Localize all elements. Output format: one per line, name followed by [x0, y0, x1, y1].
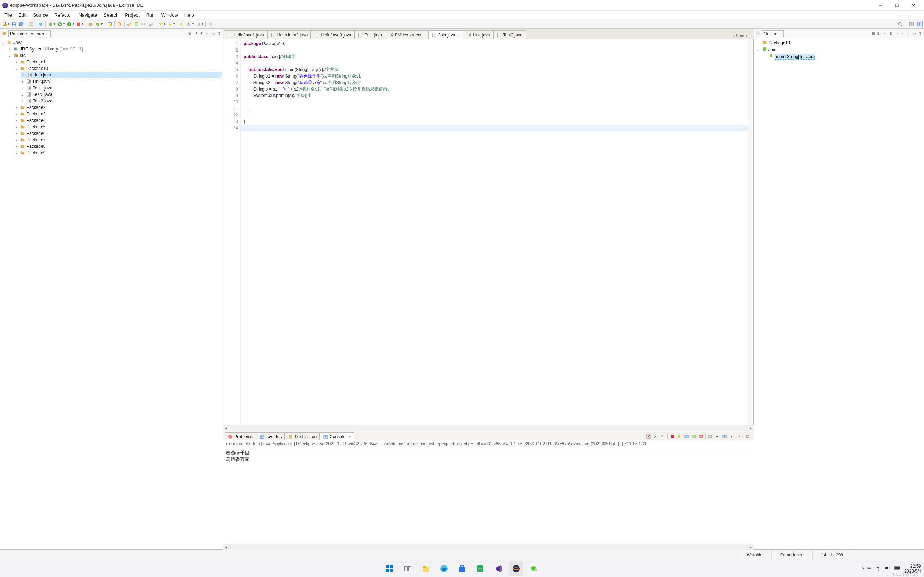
- editor-tab[interactable]: JLink.java: [463, 30, 493, 39]
- minimize-button[interactable]: [872, 0, 888, 11]
- back-button[interactable]: [186, 21, 192, 27]
- scroll-lock-icon[interactable]: [677, 434, 682, 439]
- menu-run[interactable]: Run: [143, 11, 158, 19]
- focus-icon[interactable]: ⇱: [199, 31, 204, 36]
- collapse-all-icon[interactable]: ⊟: [187, 31, 192, 36]
- explorer-button[interactable]: [419, 561, 433, 576]
- java-file-node[interactable]: ›JJoin.java: [21, 72, 222, 78]
- link-editor-icon[interactable]: ⇄: [193, 31, 198, 36]
- quick-access-button[interactable]: [897, 21, 903, 27]
- package-node[interactable]: ›Package8: [14, 143, 222, 150]
- tab-overflow[interactable]: »5: [733, 34, 738, 39]
- external-tools-button[interactable]: [76, 21, 82, 27]
- wechat2-button[interactable]: [527, 561, 541, 576]
- eclipse-button[interactable]: [509, 561, 523, 576]
- java-file-node[interactable]: ›JLink.java: [21, 78, 222, 85]
- toggle-breadcrumb-button[interactable]: [28, 21, 34, 27]
- bottom-tab-console[interactable]: >_Console×: [320, 432, 354, 440]
- minimize-view-icon[interactable]: ▭: [911, 31, 916, 36]
- maximize-console-icon[interactable]: □: [745, 434, 751, 439]
- hide-fields-icon[interactable]: ○: [882, 31, 888, 36]
- tray-volume-icon[interactable]: [885, 565, 890, 572]
- menu-navigate[interactable]: Navigate: [76, 11, 100, 19]
- word-wrap-button[interactable]: [148, 21, 154, 27]
- clear-console-icon[interactable]: [646, 434, 651, 439]
- maximize-editor-icon[interactable]: □: [746, 34, 751, 39]
- java-file-node[interactable]: ›JTest2.java: [21, 91, 222, 98]
- maximize-button[interactable]: [888, 0, 905, 11]
- view-menu-icon[interactable]: ⋮: [906, 31, 911, 36]
- editor-hscrollbar[interactable]: ◂▸: [223, 425, 754, 430]
- package-node[interactable]: ›Package4: [14, 117, 222, 124]
- close-button[interactable]: [905, 0, 922, 11]
- save-all-button[interactable]: [18, 21, 24, 27]
- edge-button[interactable]: [437, 561, 451, 576]
- bottom-tab-javadoc[interactable]: @Javadoc: [256, 432, 285, 440]
- java-file-node[interactable]: ›JTest3.java: [21, 98, 222, 104]
- new-console-icon[interactable]: ▾: [729, 434, 735, 439]
- src-node[interactable]: ⌄src: [8, 52, 222, 59]
- tray-ime[interactable]: 中: [867, 566, 872, 572]
- minimize-view-icon[interactable]: ▭: [210, 31, 215, 36]
- package-node[interactable]: ›Package2: [14, 104, 222, 111]
- coverage-button[interactable]: [66, 21, 73, 27]
- maximize-view-icon[interactable]: □: [216, 31, 221, 36]
- editor-tab[interactable]: JBMIIexponent...: [385, 30, 428, 39]
- outline-method[interactable]: main(String[]) : void: [756, 53, 921, 60]
- package-node[interactable]: ›Package7: [14, 137, 222, 143]
- show-stdout-icon[interactable]: [691, 434, 696, 439]
- next-annotation-button[interactable]: [157, 21, 164, 27]
- project-node[interactable]: ⌄JJava: [1, 39, 222, 46]
- focus-on-active-icon[interactable]: ⊞: [871, 31, 876, 36]
- editor-tab[interactable]: JHelloJava1.java: [224, 30, 267, 39]
- tray-wifi-icon[interactable]: [875, 565, 881, 572]
- pin-console-icon[interactable]: [707, 434, 713, 439]
- maximize-view-icon[interactable]: □: [917, 31, 922, 36]
- terminate-icon[interactable]: [669, 434, 675, 439]
- remove-launch-icon[interactable]: [653, 434, 659, 439]
- close-icon[interactable]: ×: [779, 32, 782, 36]
- hide-local-icon[interactable]: ⚬: [900, 31, 905, 36]
- outline-class[interactable]: ⌄ C Join: [756, 46, 921, 53]
- show-stderr-icon[interactable]: [698, 434, 704, 439]
- bottom-tab-declaration[interactable]: Declaration: [285, 432, 320, 440]
- new-button[interactable]: [2, 21, 8, 27]
- menu-window[interactable]: Window: [158, 11, 181, 19]
- menu-refactor[interactable]: Refactor: [52, 11, 75, 19]
- overview-ruler[interactable]: [748, 39, 753, 425]
- store-button[interactable]: [455, 561, 469, 576]
- outline-tab[interactable]: Outline ×: [762, 30, 783, 37]
- java-perspective-button[interactable]: J: [916, 21, 922, 27]
- editor-tab[interactable]: JFrist.java: [354, 30, 385, 39]
- new-package-button[interactable]: [87, 21, 94, 27]
- jre-node[interactable]: ›JRE System Library [JavaSE-11]: [8, 46, 222, 52]
- editor-tab[interactable]: JTest3.java: [493, 30, 526, 39]
- last-edit-button[interactable]: [179, 21, 185, 27]
- menu-help[interactable]: Help: [181, 11, 197, 19]
- start-button[interactable]: [383, 561, 397, 576]
- sort-icon[interactable]: a↓: [877, 31, 882, 36]
- code-editor[interactable]: 1234567891011121314 package Package10; p…: [223, 39, 754, 425]
- close-icon[interactable]: ×: [457, 32, 460, 37]
- menu-project[interactable]: Project: [122, 11, 142, 19]
- outline-tree[interactable]: Package10 ⌄ C Join main(String[]) : void: [754, 38, 924, 549]
- forward-button[interactable]: [195, 21, 202, 27]
- bottom-tab-problems[interactable]: !Problems: [225, 432, 256, 440]
- hide-static-icon[interactable]: s: [888, 31, 893, 36]
- taskview-button[interactable]: [401, 561, 415, 576]
- code-area[interactable]: package Package10; public class Join {//…: [241, 39, 748, 425]
- menu-source[interactable]: Source: [30, 11, 50, 19]
- outline-package[interactable]: Package10: [756, 39, 921, 46]
- wechat-button[interactable]: [473, 561, 487, 576]
- display-selected-icon[interactable]: ▾: [714, 434, 720, 439]
- save-button[interactable]: [11, 21, 17, 27]
- menu-file[interactable]: File: [2, 11, 15, 19]
- toggle-mark-button[interactable]: [126, 21, 132, 27]
- package-node[interactable]: ›Package1: [14, 59, 222, 65]
- minimize-console-icon[interactable]: ▭: [738, 434, 743, 439]
- menu-edit[interactable]: Edit: [16, 11, 29, 19]
- tray-chevron-icon[interactable]: ^: [862, 566, 864, 571]
- show-console-icon[interactable]: [683, 434, 690, 439]
- menu-search[interactable]: Search: [101, 11, 121, 19]
- package-node[interactable]: ›Package3: [14, 111, 222, 117]
